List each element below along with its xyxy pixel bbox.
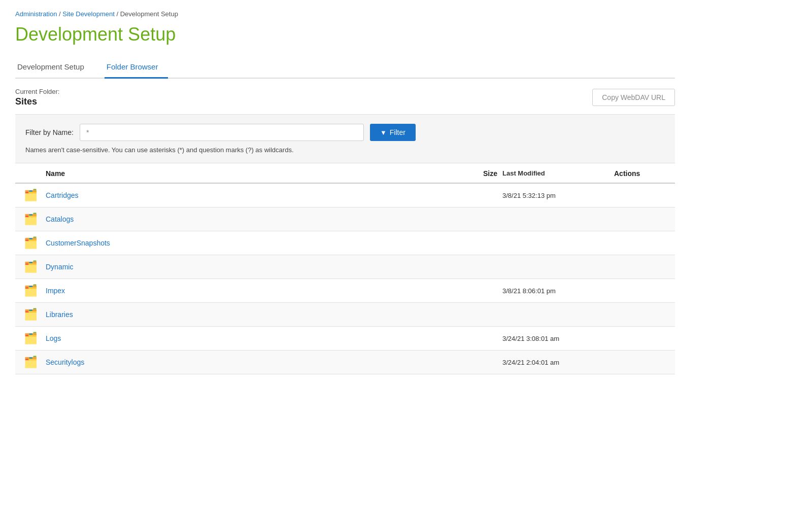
row-name: Cartridges (46, 191, 462, 199)
row-name: Logs (46, 334, 462, 342)
tabs-container: Development Setup Folder Browser (15, 57, 675, 79)
folder-link[interactable]: Dynamic (46, 263, 73, 271)
tab-development-setup[interactable]: Development Setup (15, 57, 94, 79)
filter-icon: ▼ (380, 129, 387, 136)
row-name: Libraries (46, 310, 462, 319)
folder-icon: 🗂️ (15, 332, 46, 345)
folder-link[interactable]: Catalogs (46, 215, 74, 223)
current-folder-info: Current Folder: Sites (15, 88, 59, 107)
row-modified: 3/8/21 8:06:01 pm (502, 287, 614, 295)
filter-label: Filter by Name: (25, 128, 74, 136)
filter-hint: Names aren't case-sensitive. You can use… (25, 146, 665, 154)
folder-icon: 🗂️ (15, 356, 46, 369)
page-title: Development Setup (15, 24, 675, 45)
table-row: 🗂️ Logs 3/24/21 3:08:01 am (15, 327, 675, 351)
filter-button[interactable]: ▼ Filter (370, 124, 416, 141)
folder-icon: 🗂️ (15, 189, 46, 202)
breadcrumb-site-dev-link[interactable]: Site Development (62, 10, 115, 18)
col-header-icon (15, 169, 46, 178)
folder-link[interactable]: Libraries (46, 310, 73, 319)
row-name: CustomerSnapshots (46, 239, 462, 247)
table-row: 🗂️ Catalogs (15, 207, 675, 231)
filter-section: Filter by Name: ▼ Filter Names aren't ca… (15, 115, 675, 163)
tab-folder-browser[interactable]: Folder Browser (105, 57, 168, 79)
folder-link[interactable]: CustomerSnapshots (46, 239, 110, 247)
table-row: 🗂️ Dynamic (15, 255, 675, 279)
row-name: Dynamic (46, 263, 462, 271)
breadcrumb-current: Development Setup (120, 10, 178, 18)
page-wrapper: Administration / Site Development / Deve… (0, 0, 690, 385)
table-row: 🗂️ Securitylogs 3/24/21 2:04:01 am (15, 351, 675, 374)
folder-icon: 🗂️ (15, 236, 46, 250)
row-name: Securitylogs (46, 358, 462, 366)
table-header: Name Size Last Modified Actions (15, 163, 675, 184)
file-table: Name Size Last Modified Actions 🗂️ Cartr… (15, 163, 675, 374)
current-folder-section: Current Folder: Sites Copy WebDAV URL (15, 79, 675, 115)
table-row: 🗂️ Libraries (15, 303, 675, 327)
row-modified: 3/24/21 3:08:01 am (502, 335, 614, 342)
row-name: Impex (46, 287, 462, 295)
filter-button-label: Filter (390, 128, 405, 136)
current-folder-name: Sites (15, 96, 59, 107)
current-folder-label: Current Folder: (15, 88, 59, 95)
folder-link[interactable]: Cartridges (46, 191, 79, 199)
row-modified: 3/24/21 2:04:01 am (502, 359, 614, 366)
col-header-modified: Last Modified (502, 169, 614, 178)
breadcrumb: Administration / Site Development / Deve… (15, 10, 675, 18)
table-row: 🗂️ Cartridges 3/8/21 5:32:13 pm (15, 184, 675, 207)
folder-link[interactable]: Securitylogs (46, 358, 84, 366)
filter-input[interactable] (80, 124, 364, 141)
folder-icon: 🗂️ (15, 213, 46, 226)
breadcrumb-admin-link[interactable]: Administration (15, 10, 57, 18)
table-body: 🗂️ Cartridges 3/8/21 5:32:13 pm 🗂️ Catal… (15, 184, 675, 374)
breadcrumb-sep-2: / (116, 10, 120, 18)
col-header-size: Size (462, 169, 502, 178)
filter-row: Filter by Name: ▼ Filter (25, 124, 665, 141)
row-name: Catalogs (46, 215, 462, 223)
table-row: 🗂️ CustomerSnapshots (15, 231, 675, 255)
folder-icon: 🗂️ (15, 284, 46, 297)
table-row: 🗂️ Impex 3/8/21 8:06:01 pm (15, 279, 675, 303)
folder-icon: 🗂️ (15, 260, 46, 273)
folder-icon: 🗂️ (15, 308, 46, 321)
copy-webdav-button[interactable]: Copy WebDAV URL (592, 89, 675, 106)
row-modified: 3/8/21 5:32:13 pm (502, 192, 614, 199)
col-header-actions: Actions (614, 169, 675, 178)
folder-link[interactable]: Logs (46, 334, 61, 342)
folder-link[interactable]: Impex (46, 287, 65, 295)
col-header-name: Name (46, 169, 462, 178)
